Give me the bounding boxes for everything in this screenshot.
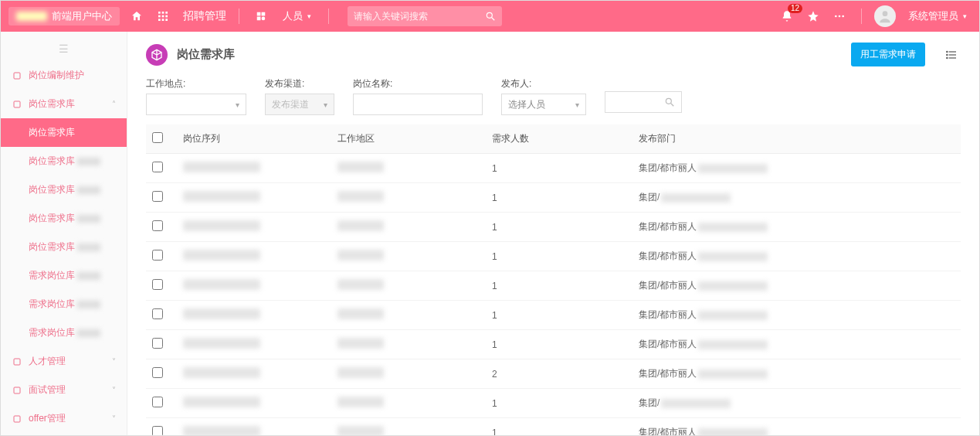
avatar[interactable] [874, 5, 896, 27]
sidebar-item[interactable]: 需求岗位库 [1, 318, 127, 347]
sidebar-group[interactable]: 岗位编制维护 [1, 61, 127, 90]
home-icon[interactable] [127, 7, 146, 26]
sidebar-item-label: 岗位需求库 [29, 127, 75, 138]
filter-search-button[interactable] [605, 91, 682, 113]
sidebar-item-label: 岗位需求库 [29, 241, 75, 252]
svg-point-29 [947, 57, 948, 58]
folder-icon [12, 386, 22, 395]
notifications-icon[interactable]: 12 [778, 7, 796, 26]
svg-rect-6 [158, 19, 161, 21]
filter-channel-select[interactable]: 发布渠道▾ [265, 94, 334, 115]
svg-rect-8 [165, 19, 168, 21]
svg-point-17 [842, 15, 844, 18]
chevron-down-icon: ▾ [324, 100, 327, 109]
table-row[interactable]: 1集团/都市丽人 [146, 242, 961, 271]
chevron-icon: ˄ [112, 100, 116, 108]
redacted-seq [183, 220, 260, 231]
chevron-icon: ˅ [112, 386, 116, 394]
section-label: 招聘管理 [183, 9, 226, 23]
redacted-dept-tail [661, 193, 731, 203]
apps-icon[interactable] [154, 7, 172, 26]
redacted-text [77, 301, 100, 308]
svg-rect-22 [14, 387, 20, 393]
topbar-separator [328, 9, 329, 24]
redacted-seq [183, 191, 260, 202]
position-name-input[interactable] [360, 99, 476, 110]
sidebar-group[interactable]: 面试管理˅ [1, 376, 127, 404]
row-checkbox[interactable] [152, 279, 163, 290]
table-wrap[interactable]: 岗位序列 工作地区 需求人数 发布部门 1集团/都市丽人1集团/1集团/都市丽人… [127, 124, 979, 435]
table-row[interactable]: 1集团/ [146, 183, 961, 213]
redacted-text [77, 158, 100, 165]
row-checkbox[interactable] [152, 220, 163, 231]
row-checkbox[interactable] [152, 250, 163, 261]
table-row[interactable]: 1集团/都市丽人 [146, 213, 961, 242]
row-checkbox[interactable] [152, 308, 163, 319]
row-checkbox[interactable] [152, 162, 163, 172]
table-row[interactable]: 1集团/都市丽人 [146, 330, 961, 359]
table-row[interactable]: 1集团/都市丽人 [146, 271, 961, 301]
list-view-icon[interactable] [942, 46, 961, 64]
row-checkbox[interactable] [152, 191, 163, 202]
user-menu[interactable]: 系统管理员 ▾ [904, 9, 972, 23]
svg-rect-2 [165, 12, 168, 14]
redacted-seq [183, 367, 260, 378]
sidebar-item[interactable]: 需求岗位库 [1, 261, 127, 290]
page-header: 岗位需求库 用工需求申请 [127, 32, 979, 74]
global-search-input[interactable] [354, 11, 485, 22]
svg-rect-11 [257, 17, 261, 21]
redacted-text [77, 329, 100, 337]
redacted-dept-tail [698, 164, 768, 173]
row-checkbox[interactable] [152, 367, 163, 378]
svg-rect-1 [162, 12, 164, 14]
svg-rect-0 [158, 12, 161, 14]
row-checkbox[interactable] [152, 397, 163, 407]
filter-publisher-select[interactable]: 选择人员▾ [501, 94, 586, 115]
cell-count: 1 [486, 301, 632, 330]
module-icon[interactable] [252, 7, 270, 26]
sidebar-group[interactable]: 人才管理˅ [1, 347, 127, 376]
svg-point-27 [947, 51, 948, 52]
table-row[interactable]: 1集团/都市丽人 [146, 301, 961, 330]
redacted-dept-tail [698, 223, 768, 232]
sidebar-group[interactable]: 岗位需求库˄ [1, 90, 127, 118]
sidebar-item[interactable]: 需求岗位库 [1, 290, 127, 318]
sidebar-item[interactable]: 岗位需求库 [1, 147, 127, 175]
brand-logo-redacted [16, 12, 47, 21]
star-icon[interactable] [804, 7, 822, 26]
table-row[interactable]: 1集团/都市丽人 [146, 418, 961, 436]
row-checkbox[interactable] [152, 338, 163, 349]
sidebar-group[interactable]: offer管理˅ [1, 404, 127, 433]
folder-icon [12, 71, 22, 80]
sidebar-item[interactable]: 岗位需求库 [1, 175, 127, 204]
table-row[interactable]: 1集团/ [146, 389, 961, 418]
filter-position-input[interactable] [353, 94, 483, 115]
row-checkbox[interactable] [152, 426, 163, 435]
sidebar-collapse-icon[interactable]: ☰ [1, 39, 127, 61]
scope-dropdown[interactable]: 人员 ▾ [278, 9, 316, 23]
sidebar-item[interactable]: 岗位需求库 [1, 118, 127, 147]
global-search[interactable] [348, 6, 502, 26]
cell-dept: 集团/都市丽人 [632, 271, 961, 301]
select-all-checkbox[interactable] [152, 132, 163, 143]
scope-label: 人员 [283, 9, 303, 23]
more-icon[interactable] [830, 7, 849, 26]
sidebar-item-label: 需求岗位库 [29, 298, 75, 309]
cell-dept: 集团/都市丽人 [632, 330, 961, 359]
sidebar-item[interactable]: 岗位需求库 [1, 204, 127, 233]
table-row[interactable]: 1集团/都市丽人 [146, 154, 961, 183]
svg-point-13 [487, 12, 492, 18]
cell-dept: 集团/都市丽人 [632, 154, 961, 183]
redacted-dept-tail [698, 281, 768, 291]
redacted-seq [183, 162, 260, 172]
col-region: 工作地区 [331, 124, 486, 154]
brand[interactable]: 前端用户中心 [8, 7, 120, 26]
redacted-region [337, 220, 384, 231]
cell-count: 1 [486, 389, 632, 418]
apply-button[interactable]: 用工需求申请 [851, 43, 925, 66]
redacted-region [337, 367, 384, 378]
filter-publisher: 发布人: 选择人员▾ [501, 77, 586, 115]
table-row[interactable]: 2集团/都市丽人 [146, 359, 961, 389]
sidebar-item[interactable]: 岗位需求库 [1, 233, 127, 261]
filter-workplace-select[interactable]: ▾ [146, 94, 246, 115]
